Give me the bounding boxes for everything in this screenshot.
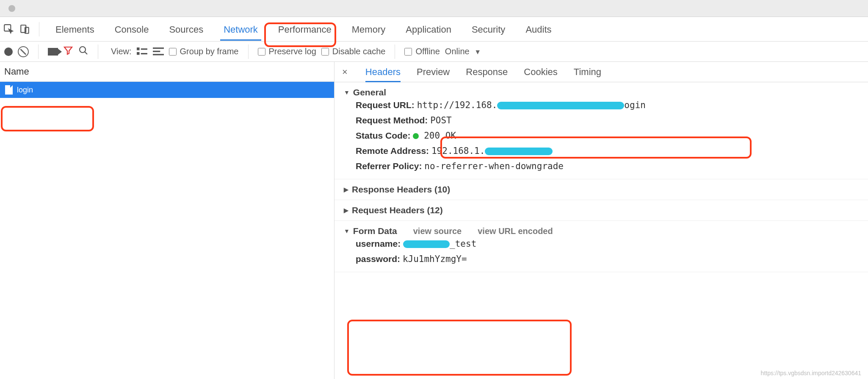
group-by-frame-input[interactable] (169, 48, 177, 56)
request-url-prefix: http://192.168. (417, 100, 498, 110)
tab-performance[interactable]: Performance (270, 18, 340, 40)
request-url-value: http://192.168.ogin (417, 100, 646, 110)
triangle-right-icon: ▶ (344, 186, 348, 193)
screenshot-icon[interactable] (48, 48, 58, 56)
offline-input[interactable] (404, 48, 412, 56)
remote-address-prefix: 192.168.1. (431, 146, 485, 156)
request-row-login[interactable]: login (0, 82, 334, 98)
tab-memory[interactable]: Memory (343, 18, 394, 40)
request-method-value: POST (430, 115, 452, 125)
tab-elements[interactable]: Elements (47, 18, 103, 40)
name-column-header[interactable]: Name (0, 62, 334, 82)
status-ok-icon (413, 133, 419, 139)
disable-cache-input[interactable] (321, 48, 329, 56)
tab-preview[interactable]: Preview (417, 62, 450, 82)
chevron-down-icon: ▼ (474, 48, 481, 56)
group-by-frame-label: Group by frame (180, 47, 239, 56)
clear-icon[interactable] (18, 46, 29, 57)
preserve-log-input[interactable] (258, 48, 265, 56)
response-headers-section: ▶ Response Headers (10) (334, 179, 868, 200)
inspect-element-icon[interactable] (3, 23, 15, 36)
tab-network[interactable]: Network (215, 18, 266, 40)
disable-cache-label: Disable cache (332, 47, 386, 56)
tab-audits[interactable]: Audits (517, 18, 560, 40)
triangle-down-icon: ▼ (344, 228, 350, 234)
detail-tabs: × Headers Preview Response Cookies Timin… (334, 62, 868, 82)
form-password-value: kJu1mhYzmgY= (403, 254, 467, 264)
view-source-link[interactable]: view source (413, 226, 462, 236)
status-code-value: 200 OK (424, 131, 456, 141)
form-password-row: password: kJu1mhYzmgY= (344, 251, 859, 267)
form-data-toggle[interactable]: ▼ Form Data view source view URL encoded (344, 226, 859, 236)
filter-icon[interactable] (63, 45, 73, 58)
remote-address-label: Remote Address: (356, 146, 429, 156)
separator (39, 22, 39, 36)
preserve-log-checkbox[interactable]: Preserve log (258, 47, 316, 56)
disable-cache-checkbox[interactable]: Disable cache (321, 47, 386, 56)
tab-console[interactable]: Console (106, 18, 158, 40)
general-section: ▼ General Request URL: http://192.168.og… (334, 82, 868, 179)
offline-label: Offline (415, 47, 440, 56)
status-code-label: Status Code: (356, 131, 411, 140)
form-username-row: username: _test (344, 236, 859, 251)
close-icon[interactable] (8, 5, 15, 12)
request-headers-section: ▶ Request Headers (12) (334, 200, 868, 221)
details-pane: × Headers Preview Response Cookies Timin… (334, 62, 868, 379)
request-url-label: Request URL: (356, 100, 415, 110)
offline-checkbox[interactable]: Offline (404, 47, 440, 56)
request-url-suffix: ogin (624, 100, 646, 110)
tab-sources[interactable]: Sources (160, 18, 212, 40)
remote-address-row: Remote Address: 192.168.1. (344, 143, 859, 159)
view-label: View: (111, 47, 132, 56)
svg-rect-11 (153, 54, 164, 55)
response-headers-toggle[interactable]: ▶ Response Headers (10) (344, 184, 859, 195)
main-split: Name login × Headers Preview Response Co… (0, 62, 868, 379)
svg-point-3 (80, 47, 86, 53)
watermark: https://tps.vgbsdsn.importd242630641 (761, 370, 861, 376)
requests-pane: Name login (0, 62, 334, 379)
status-code-row: Status Code: 200 OK (344, 128, 859, 143)
general-title: General (353, 87, 386, 98)
redacted-segment (403, 240, 450, 248)
general-section-toggle[interactable]: ▼ General (344, 87, 859, 98)
window-titlebar (0, 0, 868, 17)
remote-address-value: 192.168.1. (431, 146, 553, 156)
form-data-title: Form Data (353, 226, 397, 236)
view-small-icon[interactable] (153, 47, 164, 56)
referrer-policy-row: Referrer Policy: no-referrer-when-downgr… (344, 159, 859, 174)
form-password-label: password: (356, 254, 400, 264)
search-icon[interactable] (78, 45, 88, 58)
form-username-suffix: _test (450, 239, 476, 249)
triangle-down-icon: ▼ (344, 89, 350, 96)
tab-application[interactable]: Application (397, 18, 460, 40)
network-toolbar: View: Group by frame Preserve log Disabl… (0, 42, 868, 62)
throttling-select[interactable]: Online ▼ (445, 47, 481, 56)
form-username-label: username: (356, 239, 401, 248)
tab-response[interactable]: Response (466, 62, 508, 82)
request-headers-toggle[interactable]: ▶ Request Headers (12) (344, 205, 859, 215)
close-details-icon[interactable]: × (342, 67, 348, 78)
tab-cookies[interactable]: Cookies (524, 62, 557, 82)
tab-timing[interactable]: Timing (574, 62, 601, 82)
separator (98, 45, 98, 59)
request-method-label: Request Method: (356, 115, 428, 125)
svg-line-4 (85, 52, 87, 54)
request-url-row: Request URL: http://192.168.ogin (344, 98, 859, 113)
devtools-tabs: Elements Console Sources Network Perform… (0, 17, 868, 42)
referrer-policy-label: Referrer Policy: (356, 161, 422, 171)
request-headers-title: Request Headers (12) (352, 205, 443, 215)
triangle-right-icon: ▶ (344, 207, 348, 214)
svg-rect-5 (137, 47, 140, 50)
view-url-encoded-link[interactable]: view URL encoded (478, 226, 553, 236)
separator (248, 45, 249, 59)
group-by-frame-checkbox[interactable]: Group by frame (169, 47, 239, 56)
tab-headers[interactable]: Headers (365, 62, 401, 82)
svg-rect-9 (153, 47, 164, 49)
request-name: login (17, 86, 33, 95)
view-large-icon[interactable] (137, 47, 148, 56)
tab-security[interactable]: Security (463, 18, 514, 40)
svg-rect-8 (141, 53, 147, 54)
form-data-section: ▼ Form Data view source view URL encoded… (334, 221, 868, 272)
device-toggle-icon[interactable] (19, 23, 31, 36)
record-icon[interactable] (4, 47, 13, 56)
